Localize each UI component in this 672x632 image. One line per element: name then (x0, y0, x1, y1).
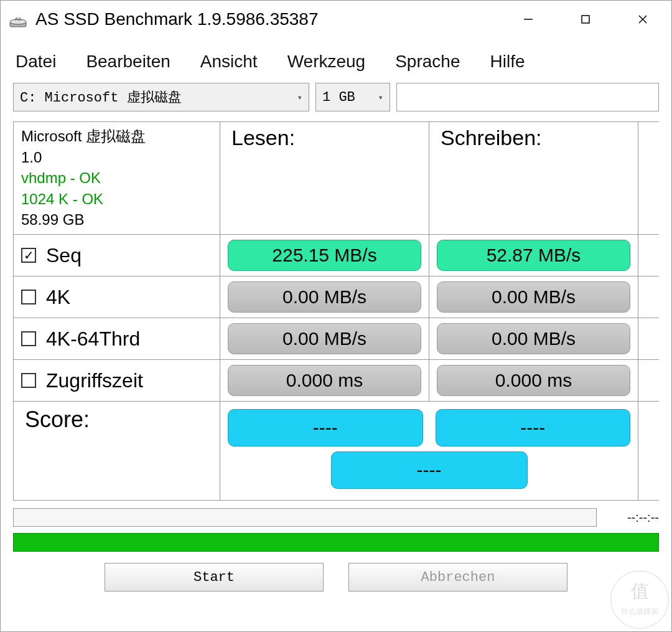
progress-bar-current (13, 508, 597, 527)
chevron-down-icon: ▾ (378, 92, 383, 103)
seq-write-value: 52.87 MB/s (437, 240, 630, 271)
close-button[interactable] (614, 1, 671, 38)
menu-file[interactable]: Datei (16, 52, 56, 72)
app-icon: AS (8, 9, 28, 29)
drive-alignment-status: 1024 K - OK (21, 189, 212, 210)
seq-checkbox[interactable] (21, 248, 36, 263)
result-grid: Microsoft 虚拟磁盘 1.0 vhdmp - OK 1024 K - O… (13, 121, 659, 501)
menu-help[interactable]: Hilfe (490, 52, 525, 72)
svg-text:AS: AS (15, 16, 22, 22)
drive-driver-status: vhdmp - OK (21, 167, 212, 189)
access-checkbox[interactable] (21, 373, 36, 388)
4k-read-value: 0.00 MB/s (228, 281, 421, 313)
drive-version: 1.0 (21, 147, 212, 168)
access-label: Zugriffszeit (46, 369, 143, 392)
minimize-button[interactable] (500, 1, 557, 38)
window-title: AS SSD Benchmark 1.9.5986.35387 (35, 9, 500, 29)
access-write-value: 0.000 ms (437, 365, 630, 396)
abort-button: Abbrechen (348, 563, 567, 592)
4k64-label: 4K-64Thrd (46, 328, 140, 351)
drive-select-value: C: Microsoft 虚拟磁盘 (20, 88, 182, 106)
score-read: ---- (228, 409, 423, 446)
menu-tool[interactable]: Werkzeug (287, 52, 366, 72)
drive-select[interactable]: C: Microsoft 虚拟磁盘 ▾ (13, 83, 309, 111)
access-read-value: 0.000 ms (228, 365, 421, 396)
search-input[interactable] (396, 83, 659, 111)
drive-capacity: 58.99 GB (21, 209, 212, 230)
4k64-write-value: 0.00 MB/s (437, 323, 630, 354)
drive-name: Microsoft 虚拟磁盘 (21, 126, 212, 147)
menu-bar: Datei Bearbeiten Ansicht Werkzeug Sprach… (13, 47, 659, 83)
score-write: ---- (436, 409, 631, 446)
watermark-badge: 值 什么值得买 (610, 570, 670, 630)
4k-write-value: 0.00 MB/s (437, 281, 630, 313)
seq-read-value: 225.15 MB/s (228, 240, 421, 271)
write-header: Schreiben: (429, 122, 638, 234)
size-select[interactable]: 1 GB ▾ (315, 83, 390, 111)
4k-label: 4K (46, 286, 70, 309)
score-total: ---- (331, 451, 528, 489)
drive-info-cell: Microsoft 虚拟磁盘 1.0 vhdmp - OK 1024 K - O… (14, 122, 220, 234)
menu-language[interactable]: Sprache (395, 52, 460, 72)
size-select-value: 1 GB (322, 90, 355, 105)
4k-checkbox[interactable] (21, 290, 36, 304)
svg-text:什么值得买: 什么值得买 (620, 608, 658, 615)
read-header: Lesen: (220, 122, 429, 234)
maximize-button[interactable] (557, 1, 614, 38)
seq-label: Seq (46, 244, 82, 267)
elapsed-time: --:--:-- (603, 511, 659, 525)
score-label: Score: (14, 402, 220, 500)
4k64-read-value: 0.00 MB/s (228, 323, 421, 354)
menu-edit[interactable]: Bearbeiten (86, 52, 170, 72)
menu-view[interactable]: Ansicht (200, 52, 258, 72)
4k64-checkbox[interactable] (21, 331, 36, 346)
title-bar: AS AS SSD Benchmark 1.9.5986.35387 (1, 1, 671, 38)
progress-bar-total (13, 533, 659, 552)
chevron-down-icon: ▾ (297, 92, 302, 103)
svg-text:值: 值 (631, 581, 649, 601)
svg-rect-4 (582, 16, 589, 23)
start-button[interactable]: Start (105, 563, 324, 592)
